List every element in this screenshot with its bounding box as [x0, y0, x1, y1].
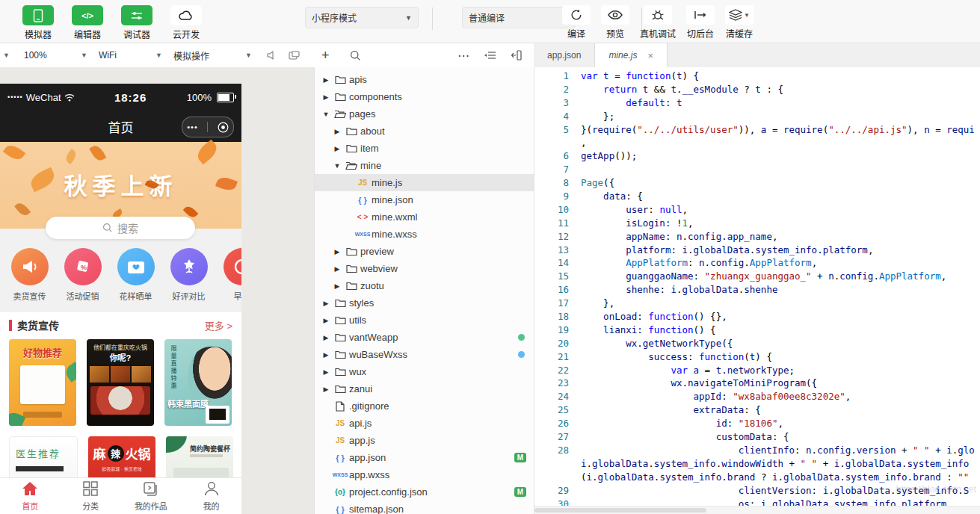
chevron-right-icon[interactable]: ▶ [321, 368, 331, 376]
action-background-button[interactable]: 切后台 [686, 5, 715, 40]
chevron-right-icon[interactable]: ▶ [321, 300, 331, 307]
chevron-right-icon[interactable]: ▶ [321, 93, 331, 101]
tabbar-item-分类[interactable]: 分类 [61, 478, 121, 514]
tree-item-mine.json[interactable]: { }mine.json [315, 191, 534, 208]
tree-item-pages[interactable]: ▼pages [315, 105, 534, 123]
action-compile-button[interactable]: 编译 [562, 5, 591, 40]
horizontal-scrollbar[interactable] [534, 506, 980, 514]
chevron-right-icon[interactable]: ▶ [332, 282, 342, 290]
tree-item-label: api.js [349, 418, 372, 429]
code-line: 12 appName: n.config.app_name, [534, 230, 980, 244]
action-realdevice-button[interactable]: 真机调试 [640, 5, 676, 40]
tree-item-app.js[interactable]: JSapp.js [315, 432, 534, 449]
collapse-folders-icon[interactable] [484, 43, 496, 67]
tree-item-wux[interactable]: ▶wux [315, 363, 534, 380]
chevron-down-icon[interactable]: ▼ [332, 162, 342, 170]
action-preview-button[interactable]: 预览 [601, 5, 629, 40]
home-capsule-icon[interactable] [218, 122, 229, 133]
add-file-button[interactable]: + [321, 43, 330, 67]
card-mask[interactable]: 限量直播特惠 韩束黑面膜 [164, 339, 232, 426]
tree-item-item[interactable]: ▶item [315, 140, 534, 157]
mode-select[interactable]: 小程序模式 ▼ [305, 7, 419, 28]
chevron-right-icon[interactable]: ▶ [321, 351, 331, 359]
tree-item-mine[interactable]: ▼mine [315, 157, 534, 174]
network-value: WiFi [99, 50, 117, 61]
tree-item-app.json[interactable]: { }app.jsonM [315, 449, 534, 466]
card-subline [190, 454, 223, 457]
more-actions-icon[interactable]: ⋯ [457, 43, 470, 67]
chevron-right-icon[interactable]: ▶ [321, 386, 331, 393]
menu-item-花样晒单[interactable]: 花样晒单 [109, 248, 162, 302]
card-doctor[interactable]: 医生推荐 [9, 436, 78, 483]
tree-item-webview[interactable]: ▶webview [315, 260, 534, 277]
menu-item-好评对比[interactable]: 好评对比 [162, 248, 215, 302]
chevron-right-icon[interactable]: ▶ [332, 265, 342, 273]
compile-select[interactable]: 普通编译 ▼ [462, 7, 576, 28]
simulate-ops-select[interactable]: 模拟操作▼ [173, 43, 252, 67]
tabbar-item-我的作品[interactable]: 我的作品 [121, 478, 182, 514]
network-select[interactable]: WiFi▼ [99, 43, 162, 67]
search-icon[interactable] [350, 43, 361, 67]
menu-dots-icon[interactable]: ••• [187, 123, 198, 131]
toolbar-cloud-button[interactable]: 云开发 [170, 5, 202, 40]
tree-item-utils[interactable]: ▶utils [315, 312, 534, 329]
chevron-right-icon[interactable]: ▶ [332, 128, 342, 135]
quick-menu: 卖货宣传%活动促销花样晒单好评对比早晚 [0, 229, 241, 311]
promo-banner[interactable]: 秋季上新 [0, 142, 241, 229]
card-cup[interactable]: 简约陶瓷餐杯 [166, 436, 233, 481]
tree-item-wuBaseWxss[interactable]: ▶wuBaseWxss [315, 346, 534, 363]
tree-item-mine.wxss[interactable]: WXSSmine.wxss [315, 226, 534, 243]
toolbar-editor-button[interactable]: </>编辑器 [72, 5, 103, 40]
code-editor[interactable]: 1var t = function(t) {2 return t && t.__… [534, 67, 980, 514]
tree-item-app.wxss[interactable]: WXSSapp.wxss [315, 466, 534, 483]
hide-panel-icon[interactable] [511, 43, 523, 67]
tree-item-about[interactable]: ▶about [315, 123, 534, 140]
chevron-right-icon[interactable]: ▶ [321, 334, 331, 341]
tree-item-components[interactable]: ▶components [315, 88, 534, 105]
tree-item-zanui[interactable]: ▶zanui [315, 380, 534, 397]
tabbar-item-首页[interactable]: 首页 [0, 478, 61, 514]
toolbar-simulator-button[interactable]: 模拟器 [22, 5, 54, 40]
tree-item-preview[interactable]: ▶preview [315, 243, 534, 260]
chevron-right-icon[interactable]: ▶ [332, 248, 342, 256]
device-select-chevron[interactable]: ▼ [3, 43, 10, 67]
tree-item-zuotu[interactable]: ▶zuotu [315, 277, 534, 294]
leaf-decoration-icon [90, 143, 107, 163]
card-haowu[interactable]: 好物推荐 [9, 339, 76, 426]
more-link[interactable]: 更多 > [205, 318, 232, 332]
chevron-down-icon[interactable]: ▼ [321, 111, 331, 118]
tree-item-mine.js[interactable]: JSmine.js [315, 174, 534, 191]
scrollbar-thumb[interactable] [534, 508, 706, 513]
tree-item-api.js[interactable]: JSapi.js [315, 415, 534, 432]
chevron-right-icon[interactable]: ▶ [321, 76, 331, 84]
tree-item-mine.wxml[interactable]: < >mine.wxml [315, 208, 534, 226]
card-mala[interactable]: 麻 辣 火锅 鲜香麻辣 · 重庆老味 [88, 436, 155, 481]
close-icon[interactable]: × [647, 50, 653, 61]
chevron-right-icon[interactable]: ▶ [332, 145, 342, 152]
capsule-menu[interactable]: ••• [182, 117, 234, 137]
tabbar-item-我的[interactable]: 我的 [181, 478, 241, 514]
mute-icon[interactable] [266, 43, 277, 67]
toolbar-debugger-button[interactable]: 调试器 [121, 5, 152, 40]
tree-item-styles[interactable]: ▶styles [315, 294, 534, 312]
rotate-screen-icon[interactable] [289, 43, 300, 67]
folder-icon [342, 281, 360, 291]
card-hotpot[interactable]: 他们都在重庆吃火锅 你呢? [87, 339, 154, 426]
tree-item-label: mine.wxml [372, 211, 417, 223]
action-clearcache-button[interactable]: ▼清缓存 [725, 5, 754, 40]
tree-item-vantWeapp[interactable]: ▶vantWeapp [315, 329, 534, 346]
tree-item-apis[interactable]: ▶apis [315, 71, 534, 88]
tab-mine-js[interactable]: mine.js × [595, 43, 668, 68]
menu-item-早晚[interactable]: 早晚 [215, 248, 241, 302]
tree-item-sitemap.json[interactable]: { }sitemap.json [315, 501, 534, 514]
tree-item-.gitignore[interactable]: .gitignore [315, 397, 534, 415]
line-number: 18 [534, 310, 581, 323]
code-lines: 1var t = function(t) {2 return t && t.__… [534, 67, 980, 510]
tree-item-project.config.json[interactable]: {o}project.config.jsonM [315, 483, 534, 501]
menu-item-卖货宣传[interactable]: 卖货宣传 [3, 248, 56, 302]
chevron-right-icon[interactable]: ▶ [321, 317, 331, 324]
tab-app-json[interactable]: app.json [534, 43, 595, 67]
menu-item-活动促销[interactable]: %活动促销 [56, 248, 109, 302]
zoom-select[interactable]: 100%▼ [24, 43, 87, 67]
search-input[interactable]: 搜索 [46, 217, 195, 239]
